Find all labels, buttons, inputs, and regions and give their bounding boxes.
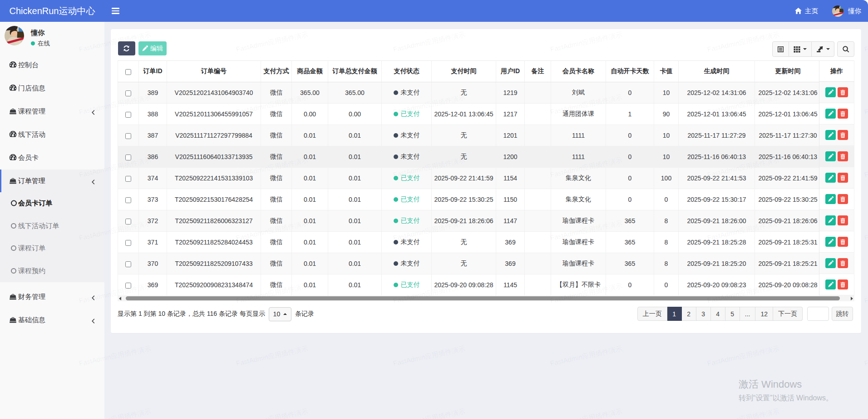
column-header[interactable]: 商品金额 [292,61,328,82]
row-edit-button[interactable] [825,151,836,161]
table-row[interactable]: 369 T202509200908231348474 微信 0.01 0.01 … [118,274,855,296]
cell-create-time: 2025-09-21 18:25:28 [679,232,755,253]
row-edit-button[interactable] [825,258,836,268]
brand-title[interactable]: ChickenRun运动中心 [0,0,104,22]
page-size-dropdown[interactable]: 10 [269,307,291,321]
row-edit-button[interactable] [825,279,836,289]
row-delete-button[interactable] [838,173,848,183]
page-button[interactable]: 下一页 [773,307,803,321]
columns-button[interactable] [789,41,812,57]
row-delete-button[interactable] [838,87,848,97]
row-delete-button[interactable] [838,215,848,225]
sidebar-toggle-button[interactable] [107,0,123,22]
column-header[interactable]: 卡值 [654,61,679,82]
table-row[interactable]: 371 T202509211825284024453 微信 0.01 0.01 … [118,232,855,253]
page-button[interactable]: 上一页 [637,307,667,321]
table-row[interactable]: 388 V202512011306455991057 微信 0.00 0.00 … [118,104,855,125]
row-edit-button[interactable] [825,109,836,119]
table-row[interactable]: 373 T202509221530176428254 微信 0.01 0.01 … [118,189,855,210]
export-button[interactable] [812,41,834,57]
row-delete-button[interactable] [838,109,848,119]
trash-icon [840,90,845,95]
row-delete-button[interactable] [838,194,848,204]
edit-button[interactable]: 编辑 [138,41,167,55]
unpaid-dot-icon [394,133,398,138]
table-row[interactable]: 387 V202511171127297799884 微信 0.01 0.01 … [118,125,855,146]
scrollbar-thumb[interactable] [126,296,840,300]
page-jump-input[interactable] [807,307,829,321]
row-checkbox[interactable] [125,283,132,289]
column-header[interactable]: 更新时间 [755,61,821,82]
column-header[interactable]: 自动开卡天数 [606,61,654,82]
row-delete-button[interactable] [838,279,848,289]
sidebar-subitem-course-booking[interactable]: 课程预约 [0,259,104,282]
row-checkbox[interactable] [125,240,132,246]
row-checkbox[interactable] [125,261,132,268]
detail-view-button[interactable] [772,41,789,57]
sidebar-subitem-activity-orders[interactable]: 线下活动订单 [0,214,104,237]
table-row[interactable]: 372 T202509211826006323127 微信 0.01 0.01 … [118,210,855,232]
table-row[interactable]: 386 V202511160640133713935 微信 0.01 0.01 … [118,146,855,168]
search-button[interactable] [837,41,854,57]
column-header[interactable]: 订单总支付金额 [328,61,382,82]
row-delete-button[interactable] [838,151,848,161]
sidebar-subitem-course-orders[interactable]: 课程订单 [0,237,104,260]
column-header[interactable]: 订单编号 [167,61,261,82]
sidebar-item-membercard[interactable]: 会员卡 [0,146,104,170]
row-edit-button[interactable] [825,130,836,140]
sidebar-item-console[interactable]: 控制台 [0,54,104,77]
page-button[interactable]: 4 [711,307,725,321]
row-checkbox[interactable] [125,112,132,118]
row-checkbox[interactable] [125,133,132,140]
sidebar-item-finance[interactable]: 财务管理 [0,285,104,309]
row-checkbox[interactable] [125,155,132,161]
column-header[interactable]: 订单ID [139,61,167,82]
row-edit-button[interactable] [825,87,836,97]
table-row[interactable]: 389 V202512021431064903740 微信 365.00 365… [118,82,855,104]
row-delete-button[interactable] [838,130,848,140]
horizontal-scrollbar[interactable] [118,295,854,301]
column-header[interactable]: 支付状态 [382,61,432,82]
column-header[interactable]: 支付方式 [261,61,292,82]
page-button[interactable]: ... [740,307,756,321]
column-header[interactable]: 用户ID [496,61,525,82]
page-button[interactable]: 5 [725,307,740,321]
row-checkbox[interactable] [125,176,132,182]
pencil-icon [828,132,833,138]
column-header[interactable]: 会员卡名称 [551,61,606,82]
cell-remark [525,189,551,210]
row-delete-button[interactable] [838,258,848,268]
nav-home-link[interactable]: 主页 [789,0,818,22]
row-checkbox[interactable] [125,219,132,225]
row-edit-button[interactable] [825,173,836,183]
refresh-button[interactable] [118,41,135,55]
row-delete-button[interactable] [838,237,848,247]
page-jump-button[interactable]: 跳转 [832,307,853,321]
table-row[interactable]: 374 T202509222141531339103 微信 0.01 0.01 … [118,168,855,189]
sidebar-item-label: 课程管理 [18,107,45,116]
page-button[interactable]: 2 [682,307,696,321]
page-button[interactable]: 1 [667,307,682,321]
sidebar-subitem-card-orders[interactable]: 会员卡订单 [0,192,104,215]
sidebar-item-course[interactable]: 课程管理 [0,100,104,123]
row-checkbox[interactable] [125,197,132,204]
cell-pay-time: 2025-09-22 21:41:59 [432,168,496,189]
column-header[interactable]: 备注 [525,61,551,82]
row-checkbox[interactable] [125,90,132,97]
nav-user-menu[interactable]: 懂你 [818,0,868,22]
scroll-left-arrow-icon[interactable] [119,297,121,300]
row-edit-button[interactable] [825,237,836,247]
sidebar-item-activity[interactable]: 线下活动 [0,123,104,146]
select-all-checkbox[interactable] [125,69,132,75]
sidebar-item-basic[interactable]: 基础信息 [0,309,104,332]
sidebar-item-orders[interactable]: 订单管理 [0,170,104,192]
page-button[interactable]: 3 [696,307,711,321]
scroll-right-arrow-icon[interactable] [851,297,853,300]
column-header[interactable]: 支付时间 [432,61,496,82]
table-row[interactable]: 370 T202509211825209107433 微信 0.01 0.01 … [118,253,855,274]
page-button[interactable]: 12 [755,307,773,321]
row-edit-button[interactable] [825,194,836,204]
sidebar-item-store[interactable]: 门店信息 [0,77,104,100]
row-edit-button[interactable] [825,215,836,225]
column-header[interactable]: 生成时间 [679,61,755,82]
